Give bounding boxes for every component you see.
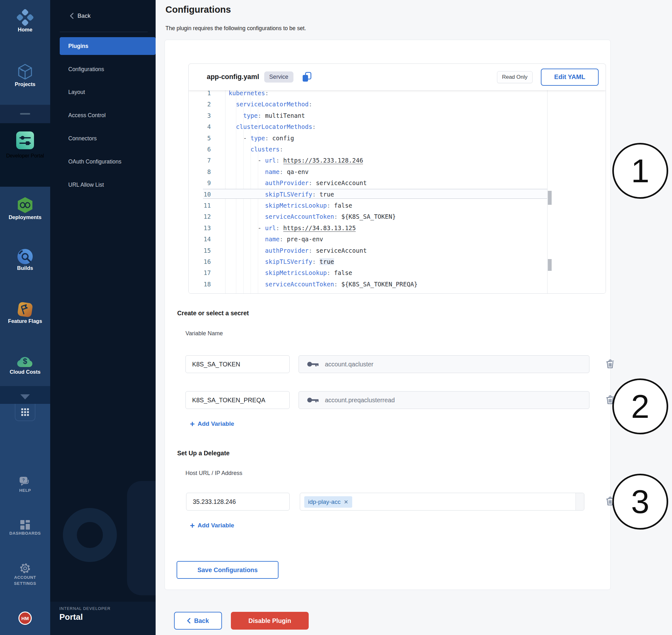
delegate-tags-field[interactable]: idp-play-acc ✕ — [300, 493, 584, 510]
yaml-line-13: 13- url: https://34.83.13.125 — [189, 224, 546, 232]
yaml-line-3: 3type: multiTenant — [189, 111, 546, 120]
sidebar-item-label: Developer — [6, 153, 29, 158]
variable-name-label: Variable Name — [186, 330, 223, 337]
brand-eyebrow: INTERNAL DEVELOPER — [59, 606, 110, 612]
yaml-line-4: 4clusterLocatorMethods: — [189, 123, 546, 131]
sidebar-item-label: Deployments — [0, 214, 50, 221]
sidebar-top-section: Home Projects — [0, 0, 50, 105]
read-only-badge: Read Only — [497, 71, 533, 83]
sidebar-item-feature-flags[interactable]: Feature Flags — [0, 302, 50, 325]
chevron-left-icon — [70, 13, 74, 19]
yaml-line-14: 14name: pre-qa-env — [189, 235, 546, 243]
sidebar-divider-strip — [0, 105, 50, 123]
module-sidebar: Home Projects — [0, 0, 50, 635]
back-link[interactable]: Back — [70, 11, 90, 21]
sidebar-divider-dash — [20, 113, 30, 115]
plugin-nav-sidebar: Back PluginsConfigurationsLayoutAccess C… — [50, 0, 156, 635]
scrollbar-thumb[interactable] — [548, 191, 551, 205]
sidebar-item-cloud-costs[interactable]: $ Cloud Costs — [0, 354, 50, 375]
sidebar-item-label: HELP — [19, 488, 31, 493]
yaml-editor-header: app-config.yaml Service Read Only Edit Y… — [189, 64, 606, 90]
yaml-line-1: 1kubernetes: — [189, 90, 546, 97]
yaml-editor-card: app-config.yaml Service Read Only Edit Y… — [188, 64, 606, 294]
nav-item-access-control[interactable]: Access Control — [68, 110, 106, 120]
variable-name-input-1[interactable] — [186, 355, 290, 373]
delegate-tag-chip: idp-play-acc ✕ — [304, 496, 352, 508]
disable-plugin-button[interactable]: Disable Plugin — [231, 612, 309, 630]
secret-selector-2[interactable]: account.preqaclusterread — [299, 391, 589, 409]
yaml-line-15: 15authProvider: serviceAccount — [189, 246, 546, 255]
delete-variable-button-1[interactable] — [605, 359, 615, 369]
sidebar-item-label: Portal — [31, 153, 44, 158]
svg-text:$: $ — [23, 357, 27, 366]
back-button[interactable]: Back — [174, 612, 222, 630]
annotation-circle-2: 2 — [612, 378, 668, 434]
yaml-line-11: 11skipMetricsLookup: false — [189, 201, 546, 210]
yaml-line-2: 2serviceLocatorMethod: — [189, 100, 546, 108]
scrollbar-thumb[interactable] — [548, 259, 551, 271]
sidebar-item-account-settings[interactable]: ACCOUNT SETTINGS — [0, 562, 50, 586]
variable-name-input-2[interactable] — [186, 391, 290, 409]
key-icon — [307, 397, 319, 403]
sidebar-item-developer-portal[interactable]: Developer Portal — [0, 123, 50, 187]
save-configurations-button[interactable]: Save Configurations — [177, 561, 279, 579]
yaml-line-17: 17skipMetricsLookup: false — [189, 269, 546, 277]
host-url-input[interactable] — [186, 493, 290, 510]
secrets-heading: Create or select a secret — [177, 310, 249, 317]
add-variable-button-secrets[interactable]: + Add Variable — [190, 420, 234, 428]
yaml-line-9: 9authProvider: serviceAccount — [189, 179, 546, 187]
page-title: Configurations — [166, 4, 231, 15]
add-variable-label: Add Variable — [197, 420, 234, 428]
sidebar-item-label: DASHBOARDS — [9, 531, 41, 535]
copy-icon[interactable] — [302, 72, 312, 83]
yaml-line-16: 16skipTLSVerify: true — [189, 258, 546, 266]
decorative-ring — [63, 508, 117, 562]
nav-item-layout[interactable]: Layout — [68, 87, 85, 97]
add-variable-label: Add Variable — [197, 522, 234, 529]
remove-tag-icon[interactable]: ✕ — [344, 499, 348, 505]
dashboards-icon — [20, 520, 30, 530]
scrollbar-track — [547, 90, 547, 293]
user-avatar[interactable]: HM — [18, 612, 32, 625]
sidebar-item-deployments[interactable]: Deployments — [0, 197, 50, 221]
yaml-line-7: 7- url: https://35.233.128.246 — [189, 156, 546, 165]
edit-yaml-button[interactable]: Edit YAML — [541, 69, 599, 86]
brand: INTERNAL DEVELOPER Portal — [59, 606, 110, 622]
chevron-down-icon[interactable] — [20, 394, 30, 399]
screen: Home Projects — [0, 0, 672, 635]
add-variable-button-delegate[interactable]: + Add Variable — [190, 522, 234, 529]
sidebar-bottom-section: ? HELP DASHBOARDS — [0, 404, 50, 635]
developer-portal-icon — [16, 131, 34, 149]
nav-item-url-allow-list[interactable]: URL Allow List — [68, 180, 104, 190]
deployments-icon — [17, 197, 33, 214]
page-subtitle: The plugin requires the following config… — [166, 25, 306, 32]
tag-field-end-handle[interactable] — [576, 493, 584, 510]
cloud-costs-icon: $ — [16, 354, 34, 368]
help-icon: ? — [19, 477, 31, 487]
sidebar-item-projects[interactable]: Projects — [0, 63, 50, 88]
yaml-line-12: 12serviceAccountToken: ${K8S_SA_TOKEN} — [189, 213, 546, 221]
plus-icon: + — [190, 420, 195, 428]
apps-grid-button[interactable] — [15, 404, 35, 421]
secret-selector-1[interactable]: account.qacluster — [299, 355, 589, 373]
sidebar-item-help[interactable]: ? HELP — [0, 477, 50, 494]
service-badge: Service — [264, 71, 294, 83]
sidebar-item-dashboards[interactable]: DASHBOARDS — [0, 520, 50, 536]
nav-item-oauth-configurations[interactable]: OAuth Configurations — [68, 157, 121, 167]
nav-item-connectors[interactable]: Connectors — [68, 134, 97, 143]
tag-label: idp-play-acc — [308, 499, 341, 505]
annotation-circle-3: 3 — [612, 474, 668, 530]
nav-divider — [60, 32, 148, 32]
nav-item-plugins[interactable]: Plugins — [60, 37, 156, 55]
nav-item-configurations[interactable]: Configurations — [68, 64, 104, 74]
plus-icon: + — [190, 522, 195, 529]
sidebar-item-label: ACCOUNT — [14, 575, 36, 580]
yaml-line-8: 8name: qa-env — [189, 168, 546, 176]
sidebar-item-builds[interactable]: Builds — [0, 248, 50, 271]
brand-title: Portal — [59, 612, 110, 622]
yaml-line-18: 18serviceAccountToken: ${K8S_SA_TOKEN_PR… — [189, 280, 546, 288]
sidebar-item-home[interactable]: Home — [0, 9, 50, 33]
yaml-code-viewport[interactable]: 1kubernetes:2serviceLocatorMethod:3type:… — [189, 90, 606, 293]
avatar-initials: HM — [21, 616, 28, 621]
annotation-number: 2 — [631, 388, 649, 425]
